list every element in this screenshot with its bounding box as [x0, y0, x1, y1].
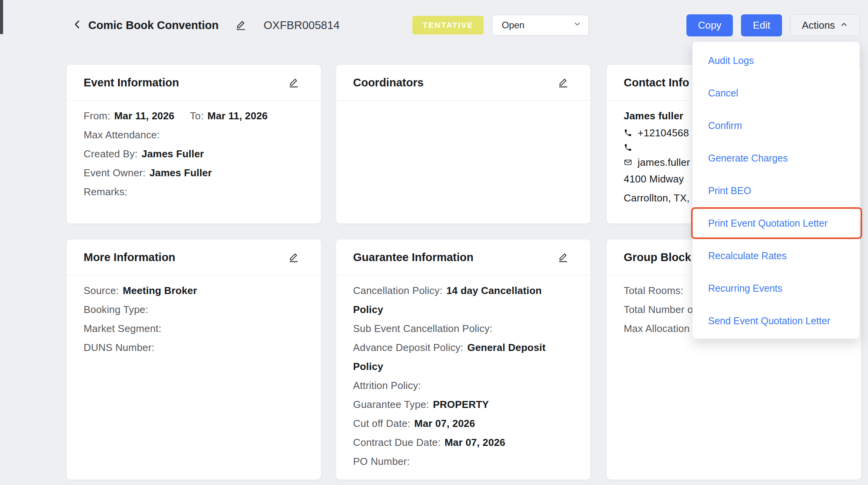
- field-label: Booking Type:: [84, 304, 148, 315]
- field-label: DUNS Number:: [84, 342, 154, 353]
- menu-item-print-beo[interactable]: Print BEO: [693, 174, 859, 207]
- page-title: Comic Book Convention: [88, 19, 219, 32]
- field-label: From:: [84, 110, 110, 122]
- state-dropdown[interactable]: Open: [492, 15, 589, 36]
- phone-icon: [624, 143, 632, 152]
- coordinators-card: Coordinators: [336, 65, 590, 224]
- chevron-left-icon: [72, 19, 83, 32]
- menu-item-recalculate-rates[interactable]: Recalculate Rates: [693, 239, 859, 272]
- state-dropdown-value: Open: [502, 20, 525, 31]
- field-value: Mar 07, 2026: [444, 437, 505, 448]
- chevron-up-icon: [840, 19, 848, 31]
- field-label: Remarks:: [84, 186, 127, 198]
- field-label: Source:: [84, 285, 119, 296]
- actions-button[interactable]: Actions: [790, 14, 860, 36]
- field-value: Mar 11, 2026: [208, 110, 268, 122]
- field-value: Mar 11, 2026: [114, 110, 175, 122]
- field-value: James Fuller: [149, 167, 212, 179]
- edit-title-pencil-icon[interactable]: [235, 19, 247, 31]
- event-detail-page: Comic Book Convention OXFBR005814 TENTAT…: [0, 0, 868, 485]
- back-button[interactable]: [69, 17, 86, 34]
- contact-email: james.fuller: [638, 155, 690, 170]
- menu-item-label: Cancel: [708, 88, 738, 99]
- card-header: Coordinators: [336, 65, 590, 101]
- field-value: PROPERTY: [433, 399, 489, 410]
- edit-pencil-icon[interactable]: [288, 77, 299, 88]
- card-title: Event Information: [84, 76, 179, 89]
- email-icon: [624, 158, 632, 167]
- chevron-down-icon: [573, 20, 582, 31]
- card-body: Source:Meeting Broker Booking Type: Mark…: [67, 275, 321, 363]
- menu-item-generate-charges[interactable]: Generate Charges: [693, 142, 859, 174]
- guarantee-information-card: Guarantee Information Cancellation Polic…: [336, 239, 590, 480]
- field-label: Max Allocation: [624, 323, 690, 334]
- field-label: Created By:: [84, 148, 138, 160]
- menu-item-recurring-events[interactable]: Recurring Events: [693, 272, 859, 304]
- field-label: Market Segment:: [84, 323, 161, 334]
- phone-icon: [624, 129, 632, 137]
- field-label: Max Attendance:: [84, 129, 160, 141]
- edit-button[interactable]: Edit: [741, 14, 782, 36]
- field-row: Created By:James Fuller: [84, 144, 295, 163]
- field-row: Market Segment:: [84, 319, 295, 338]
- window-edge: [0, 0, 3, 34]
- field-label: Event Owner:: [84, 167, 146, 179]
- more-information-card: More Information Source:Meeting Broker B…: [67, 239, 321, 480]
- menu-item-label: Recurring Events: [708, 283, 782, 294]
- menu-item-print-event-quotation-letter[interactable]: Print Event Quotation Letter: [693, 207, 859, 239]
- card-body: [336, 101, 590, 112]
- field-row: Advance Deposit Policy:General Deposit P…: [353, 338, 564, 376]
- header-button-group: Copy Edit Actions: [686, 14, 860, 36]
- field-value: Meeting Broker: [123, 285, 197, 296]
- event-information-card: Event Information From:Mar 11, 2026To:Ma…: [67, 65, 321, 224]
- menu-item-label: Audit Logs: [708, 55, 754, 66]
- menu-item-cancel[interactable]: Cancel: [693, 77, 859, 109]
- edit-pencil-icon[interactable]: [558, 252, 569, 263]
- field-row: DUNS Number:: [84, 338, 295, 357]
- field-row: Contract Due Date:Mar 07, 2026: [353, 433, 564, 452]
- edit-pencil-icon[interactable]: [558, 77, 569, 88]
- field-row: Guarantee Type:PROPERTY: [353, 395, 564, 414]
- field-row: Booking Type:: [84, 300, 295, 319]
- card-title: Contact Info: [624, 76, 689, 89]
- field-row: Remarks:: [84, 182, 295, 201]
- menu-item-confirm[interactable]: Confirm: [693, 109, 859, 142]
- menu-item-label: Recalculate Rates: [708, 250, 787, 261]
- contact-phone-primary: +12104568: [638, 126, 689, 140]
- field-row: From:Mar 11, 2026To:Mar 11, 2026: [84, 107, 295, 126]
- field-row: Max Attendance:: [84, 126, 295, 144]
- card-header: Event Information: [67, 65, 321, 101]
- field-label: Cancellation Policy:: [353, 285, 443, 296]
- edit-pencil-icon[interactable]: [288, 252, 299, 263]
- status-badge: TENTATIVE: [412, 16, 484, 34]
- card-body: From:Mar 11, 2026To:Mar 11, 2026 Max Att…: [67, 101, 321, 207]
- field-value: James Fuller: [142, 148, 204, 160]
- field-label: Total Number o: [624, 304, 693, 315]
- card-body: Cancellation Policy:14 day Cancellation …: [336, 275, 590, 477]
- card-title: Group Block: [624, 251, 691, 264]
- field-row: PO Number:: [353, 452, 564, 471]
- card-title: More Information: [84, 251, 175, 264]
- field-value: Mar 07, 2026: [414, 418, 475, 429]
- field-row: Cancellation Policy:14 day Cancellation …: [353, 281, 564, 319]
- field-label: Attrition Policy:: [353, 380, 421, 391]
- card-title: Coordinators: [353, 76, 424, 89]
- field-row: Sub Event Cancellation Policy:: [353, 319, 564, 338]
- field-label: Sub Event Cancellation Policy:: [353, 323, 492, 334]
- menu-item-label: Send Event Quotation Letter: [708, 315, 830, 327]
- field-row: Cut off Date:Mar 07, 2026: [353, 414, 564, 433]
- field-label: PO Number:: [353, 456, 410, 467]
- event-id: OXFBR005814: [264, 19, 340, 32]
- field-label: To:: [190, 110, 204, 122]
- menu-item-send-event-quotation-letter[interactable]: Send Event Quotation Letter: [693, 304, 859, 337]
- menu-item-audit-logs[interactable]: Audit Logs: [693, 44, 859, 77]
- field-row: Attrition Policy:: [353, 376, 564, 395]
- field-label: Contract Due Date:: [353, 437, 441, 448]
- field-label: Guarantee Type:: [353, 399, 429, 410]
- menu-item-label: Print BEO: [708, 185, 751, 196]
- menu-item-label: Confirm: [708, 120, 742, 131]
- actions-button-label: Actions: [802, 19, 835, 31]
- card-header: Guarantee Information: [336, 239, 590, 275]
- copy-button[interactable]: Copy: [686, 14, 733, 36]
- actions-menu: Audit Logs Cancel Confirm Generate Charg…: [692, 41, 860, 339]
